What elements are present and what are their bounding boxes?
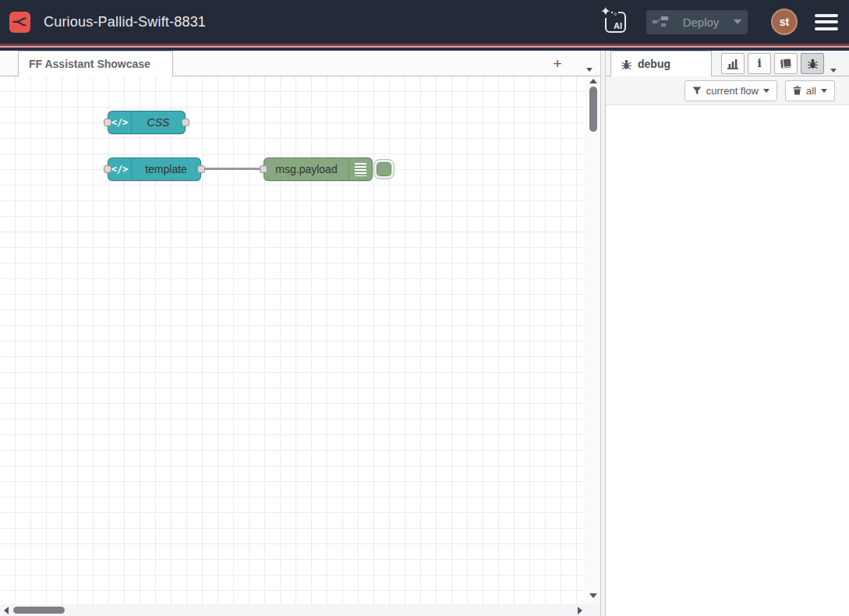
sidebar-tab-debug[interactable]: debug xyxy=(610,51,712,76)
debug-bug-icon xyxy=(807,58,819,69)
horizontal-scrollbar xyxy=(0,604,600,616)
debug-clear-button[interactable]: all xyxy=(785,80,835,101)
template-code-icon: </> xyxy=(108,158,132,180)
node-port-output[interactable] xyxy=(182,119,189,126)
user-avatar[interactable]: st xyxy=(771,9,798,35)
node-red-editor: Curious-Pallid-Swift-8831 ✦ ✧ AI Deploy … xyxy=(0,0,849,616)
node-label: CSS xyxy=(132,116,185,129)
sidebar-options-dropdown[interactable] xyxy=(830,62,837,76)
ai-assistant-button[interactable]: ✦ ✧ AI xyxy=(605,12,626,33)
flow-tab-label: FF Assistant Showcase xyxy=(29,58,150,70)
vertical-scroll-thumb[interactable] xyxy=(589,87,597,132)
scroll-left-arrow[interactable] xyxy=(4,607,9,614)
workspace-tabbar: FF Assistant Showcase + xyxy=(0,51,600,76)
node-template[interactable]: </> template xyxy=(108,158,201,181)
chevron-down-icon xyxy=(830,69,837,73)
trash-icon xyxy=(793,86,801,95)
vertical-scroll-track xyxy=(585,76,600,604)
flow-list-dropdown-button[interactable] xyxy=(586,61,593,75)
node-label: template xyxy=(132,163,200,175)
filter-funnel-icon xyxy=(692,87,702,95)
menu-bar xyxy=(815,20,838,23)
wire-template-to-debug[interactable] xyxy=(201,168,264,170)
info-tab-button[interactable]: i xyxy=(748,53,771,74)
clear-label: all xyxy=(806,85,816,97)
debug-tab-button-active[interactable] xyxy=(801,53,824,74)
debug-toolbar: current flow all xyxy=(606,76,849,105)
menu-bar xyxy=(815,14,838,17)
ai-label: AI xyxy=(614,21,622,30)
debug-enable-toggle[interactable] xyxy=(373,159,394,179)
help-book-icon xyxy=(779,58,792,70)
horizontal-scroll-thumb[interactable] xyxy=(13,607,65,614)
sidebar-tab-label: debug xyxy=(638,58,670,70)
debug-messages-panel xyxy=(606,105,849,616)
logo-glyph-icon xyxy=(12,14,28,30)
sidebar-tabbar: debug i xyxy=(606,51,849,76)
template-code-icon: </> xyxy=(108,112,132,133)
deploy-button[interactable]: Deploy xyxy=(646,10,748,34)
deploy-label: Deploy xyxy=(668,16,734,29)
node-label: msg.payload xyxy=(264,163,348,175)
flow-canvas[interactable]: </> CSS </> template msg.payload xyxy=(0,76,600,604)
plus-icon: + xyxy=(553,55,561,73)
chevron-down-icon xyxy=(821,89,827,93)
deploy-dropdown-icon[interactable] xyxy=(734,19,741,24)
add-flow-button[interactable]: + xyxy=(546,54,569,73)
instance-title: Curious-Pallid-Swift-8831 xyxy=(44,14,206,30)
flowfuse-logo[interactable] xyxy=(9,12,30,33)
avatar-initials: st xyxy=(780,16,789,28)
flow-tab-active[interactable]: FF Assistant Showcase xyxy=(18,51,173,76)
dashboard-tab-button[interactable] xyxy=(721,53,745,74)
header-bar: Curious-Pallid-Swift-8831 ✦ ✧ AI Deploy … xyxy=(0,0,849,44)
bug-icon xyxy=(621,58,632,70)
filter-label: current flow xyxy=(706,85,759,97)
debug-toggle-state xyxy=(377,162,391,176)
help-tab-button[interactable] xyxy=(774,53,798,74)
info-icon: i xyxy=(757,58,762,69)
scroll-up-arrow[interactable] xyxy=(589,79,597,83)
node-css-template[interactable]: </> CSS xyxy=(108,111,186,134)
node-port-input[interactable] xyxy=(104,165,111,173)
sidebar-resize-sash[interactable] xyxy=(600,51,606,616)
scroll-right-arrow[interactable] xyxy=(578,607,582,614)
main-menu-button[interactable] xyxy=(815,14,838,30)
chevron-down-icon xyxy=(586,68,593,72)
debug-filter-button[interactable]: current flow xyxy=(685,80,777,101)
deploy-nodes-icon xyxy=(653,16,668,28)
node-debug-msg-payload[interactable]: msg.payload xyxy=(264,158,373,181)
sidebar-panel: debug i xyxy=(606,51,849,616)
scroll-down-arrow[interactable] xyxy=(589,593,597,598)
sparkle-small-icon: ✧ xyxy=(613,12,618,18)
node-port-input[interactable] xyxy=(104,119,111,126)
debug-output-icon xyxy=(348,158,372,180)
node-port-input[interactable] xyxy=(260,165,267,173)
dashboard-chart-icon xyxy=(727,58,739,69)
menu-bar xyxy=(815,27,838,30)
node-port-output[interactable] xyxy=(197,165,205,173)
chevron-down-icon xyxy=(763,89,769,93)
sparkle-icon: ✦ xyxy=(600,5,611,18)
